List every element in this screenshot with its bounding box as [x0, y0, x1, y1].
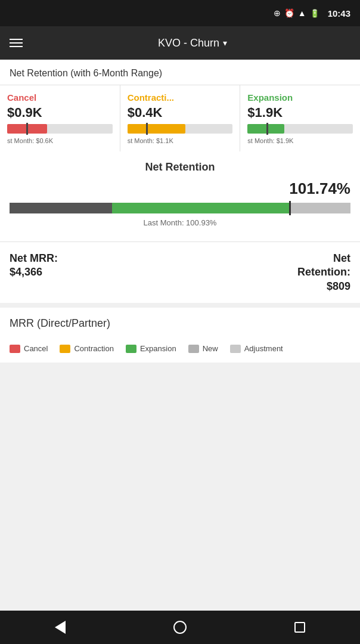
net-mrr-left: Net MRR: $4,366 — [10, 252, 58, 280]
status-time: 10:43 — [328, 8, 350, 18]
legend-label-adjustment: Adjustment — [244, 344, 283, 353]
cancel-label: Cancel — [7, 92, 113, 103]
contraction-bar-fill — [128, 124, 185, 134]
cancel-bar — [7, 124, 113, 134]
accessibility-icon: ⊕ — [274, 8, 281, 18]
cancel-bar-marker — [26, 123, 28, 135]
expansion-bar-marker — [266, 123, 268, 135]
legend: Cancel Contraction Expansion New Adjustm… — [10, 339, 350, 353]
legend-item-expansion: Expansion — [126, 344, 176, 353]
expansion-bar — [247, 124, 353, 134]
legend-color-new — [188, 345, 199, 353]
contraction-bar-marker — [146, 123, 148, 135]
main-content: Net Retention (with 6-Month Range) Cance… — [0, 60, 360, 611]
nr-bar-gray — [289, 203, 350, 213]
contraction-bar — [128, 124, 233, 134]
legend-item-cancel: Cancel — [10, 344, 48, 353]
net-retention-value: $809 — [327, 280, 350, 292]
status-bar: ⊕ ⏰ ▲ 🔋 10:43 — [0, 0, 360, 26]
net-retention-label: NetRetention: — [297, 252, 350, 278]
net-retention-section: Net Retention (with 6-Month Range) Cance… — [0, 60, 360, 303]
net-retention-bar — [10, 203, 350, 213]
back-button[interactable] — [42, 615, 78, 639]
contraction-value: $0.4K — [128, 105, 233, 120]
mrr-title: MRR (Direct/Partner) — [10, 317, 350, 330]
nr-bar-dark — [10, 203, 112, 213]
net-retention-bar-container — [10, 203, 350, 213]
legend-color-cancel — [10, 345, 20, 353]
net-mrr-right: NetRetention: $809 — [297, 252, 350, 293]
battery-icon: 🔋 — [310, 9, 319, 18]
expansion-value: $1.9K — [247, 105, 353, 120]
home-icon — [173, 621, 187, 634]
legend-item-adjustment: Adjustment — [230, 344, 283, 353]
section-title: Net Retention (with 6-Month Range) — [0, 60, 360, 85]
status-icons: ⊕ ⏰ ▲ 🔋 10:43 — [274, 8, 350, 18]
metric-cards: Cancel $0.9K st Month: $0.6K Contracti..… — [0, 85, 360, 151]
mrr-section: MRR (Direct/Partner) Cancel Contraction … — [0, 308, 360, 363]
legend-label-new: New — [203, 344, 218, 353]
legend-color-expansion — [126, 345, 136, 353]
header-title: KVO - Churn ▾ — [35, 37, 350, 49]
recent-apps-icon — [294, 622, 305, 633]
legend-label-contraction: Contraction — [74, 344, 113, 353]
net-retention-subsection: Net Retention 101.74% Last Month: 100.93… — [0, 151, 360, 242]
net-retention-last-month: Last Month: 100.93% — [10, 218, 350, 227]
nr-bar-green — [112, 203, 289, 213]
legend-item-new: New — [188, 344, 218, 353]
cancel-sub: st Month: $0.6K — [7, 137, 113, 144]
legend-item-contraction: Contraction — [60, 344, 113, 353]
legend-label-expansion: Expansion — [140, 344, 176, 353]
alarm-icon: ⏰ — [284, 8, 294, 18]
net-retention-title: Net Retention — [10, 161, 350, 174]
home-button[interactable] — [162, 615, 198, 639]
bottom-nav — [0, 611, 360, 644]
legend-color-adjustment — [230, 345, 241, 353]
contraction-sub: st Month: $1.1K — [128, 137, 233, 144]
expansion-sub: st Month: $1.9K — [247, 137, 353, 144]
expansion-card: Expansion $1.9K st Month: $1.9K — [240, 85, 360, 151]
cancel-value: $0.9K — [7, 105, 113, 120]
contraction-label: Contracti... — [128, 92, 233, 103]
contraction-card: Contracti... $0.4K st Month: $1.1K — [120, 85, 241, 151]
signal-icon: ▲ — [298, 8, 306, 18]
cancel-card: Cancel $0.9K st Month: $0.6K — [0, 85, 120, 151]
net-mrr-row: Net MRR: $4,366 NetRetention: $809 — [0, 242, 360, 303]
recent-apps-button[interactable] — [282, 615, 318, 639]
back-icon — [55, 621, 66, 634]
app-header: KVO - Churn ▾ — [0, 26, 360, 60]
hamburger-menu[interactable] — [10, 39, 23, 47]
net-mrr-value: $4,366 — [10, 266, 42, 278]
app-title: KVO - Churn — [158, 37, 219, 49]
expansion-label: Expansion — [247, 92, 353, 103]
net-retention-percent: 101.74% — [10, 179, 350, 198]
legend-label-cancel: Cancel — [24, 344, 48, 353]
net-mrr-label: Net MRR: — [10, 252, 58, 264]
legend-color-contraction — [60, 345, 70, 353]
dropdown-arrow-icon[interactable]: ▾ — [223, 38, 227, 48]
nr-marker — [289, 201, 291, 215]
